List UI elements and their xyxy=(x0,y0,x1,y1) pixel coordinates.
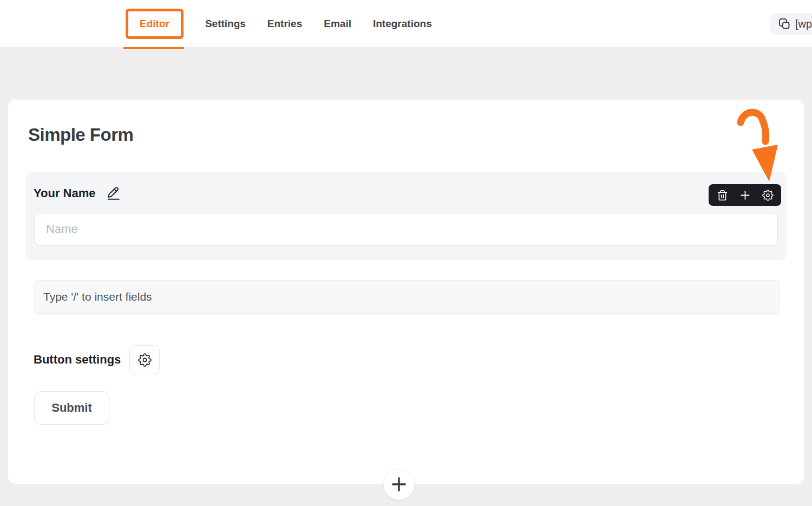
button-settings-row: Button settings xyxy=(34,345,160,374)
editor-canvas: Simple Form Your Name xyxy=(0,47,812,506)
name-field-block[interactable]: Your Name xyxy=(25,172,787,260)
button-settings-label: Button settings xyxy=(34,353,121,367)
tab-editor[interactable]: Editor xyxy=(140,18,169,30)
gear-icon xyxy=(762,190,774,201)
form-title: Simple Form xyxy=(28,125,133,145)
plus-icon xyxy=(739,189,751,202)
shortcode-text: [wp xyxy=(795,18,812,30)
gear-icon xyxy=(138,353,152,367)
active-tab-underline xyxy=(123,47,184,49)
top-nav: Editor Settings Entries Email Integratio… xyxy=(0,0,812,47)
editor-tab-highlight-box: Editor xyxy=(126,9,184,39)
tab-email[interactable]: Email xyxy=(324,18,351,30)
add-block-fab[interactable] xyxy=(383,469,415,500)
button-settings-gear-button[interactable] xyxy=(129,345,160,374)
pencil-icon xyxy=(106,185,121,200)
tab-integrations[interactable]: Integrations xyxy=(373,18,432,30)
plus-icon xyxy=(390,475,408,494)
trash-icon xyxy=(717,190,728,201)
field-label: Your Name xyxy=(34,186,96,200)
block-settings-button[interactable] xyxy=(756,184,779,206)
shortcode-copy-button[interactable]: [wp xyxy=(770,13,812,35)
block-toolbar xyxy=(709,184,781,206)
name-field-input[interactable] xyxy=(34,213,778,245)
tab-entries[interactable]: Entries xyxy=(267,18,302,30)
tab-settings[interactable]: Settings xyxy=(205,18,246,30)
form-editor-card: Simple Form Your Name xyxy=(8,100,804,484)
tab-bar: Editor Settings Entries Email Integratio… xyxy=(126,0,432,47)
edit-label-button[interactable] xyxy=(105,184,122,202)
tab-editor-wrap: Editor xyxy=(126,9,184,39)
insert-fields-input[interactable] xyxy=(34,280,780,314)
delete-block-button[interactable] xyxy=(711,184,734,206)
add-field-button[interactable] xyxy=(734,184,756,206)
submit-button[interactable]: Submit xyxy=(34,391,109,425)
copy-icon xyxy=(778,17,791,30)
